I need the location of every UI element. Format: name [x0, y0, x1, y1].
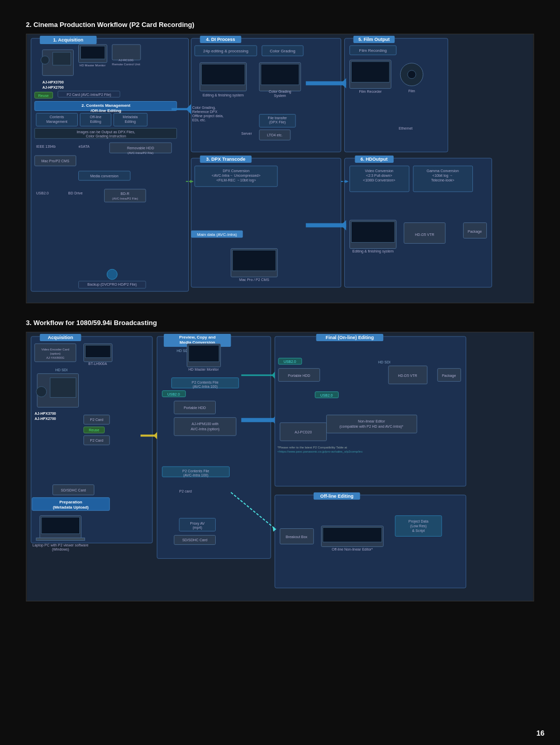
svg-text:Off-line: Off-line: [90, 115, 101, 119]
svg-text:Editing & finishing system: Editing & finishing system: [353, 249, 394, 254]
svg-text:(mp4): (mp4): [193, 526, 202, 530]
svg-text:P2 Contents File: P2 Contents File: [192, 381, 219, 384]
svg-text:Package: Package: [468, 230, 482, 234]
svg-text:Breakout Box: Breakout Box: [286, 535, 307, 539]
svg-text:BT-LH900A: BT-LH900A: [88, 362, 107, 366]
svg-text:USB2.0: USB2.0: [284, 360, 296, 363]
svg-text:Off-line Editing: Off-line Editing: [320, 494, 353, 499]
svg-text:3. DPX Transcode: 3. DPX Transcode: [206, 157, 246, 162]
svg-rect-143: [50, 378, 76, 398]
svg-text:& Script: & Script: [412, 529, 425, 533]
svg-point-86: [408, 71, 416, 79]
svg-text:Video Conversion: Video Conversion: [365, 169, 394, 173]
svg-text:6. HDOutput: 6. HDOutput: [360, 157, 387, 162]
svg-rect-158: [41, 517, 80, 534]
svg-text:Mac Pro/P2 CMS: Mac Pro/P2 CMS: [41, 159, 69, 163]
svg-rect-168: [189, 345, 219, 362]
svg-rect-10: [80, 46, 105, 59]
svg-text:Non-linear Editor: Non-linear Editor: [358, 419, 385, 423]
svg-text:/Off-line Editing: /Off-line Editing: [91, 108, 121, 113]
svg-text:USB2.0: USB2.0: [167, 392, 180, 396]
svg-text:(AVC-Intra 100): (AVC-Intra 100): [192, 385, 217, 389]
svg-text:AJ-HPX2700: AJ-HPX2700: [35, 417, 56, 420]
svg-text:Mac Pro / P2 CMS: Mac Pro / P2 CMS: [239, 278, 269, 282]
svg-text:2. Contents Management: 2. Contents Management: [81, 103, 130, 108]
svg-text:Off-line Non-linear Editor*: Off-line Non-linear Editor*: [332, 547, 373, 551]
svg-rect-177: [174, 417, 236, 435]
svg-text:Final (On-line) Editing: Final (On-line) Editing: [326, 335, 374, 340]
section2-title: 3. Workflow for 1080/59.94i Broadcasting: [26, 319, 534, 327]
svg-text:DPX Conversion: DPX Conversion: [223, 169, 250, 173]
diagram1-svg: 1. Acquisition Camera HD SDI HD Master M…: [26, 34, 534, 303]
svg-text:AJ-HPX3700: AJ-HPX3700: [43, 80, 64, 84]
svg-text:<FILM-REC →10bit log>: <FILM-REC →10bit log>: [216, 178, 256, 182]
svg-rect-159: [36, 538, 85, 540]
svg-rect-103: [232, 250, 276, 271]
svg-text:Contents: Contents: [50, 115, 64, 119]
svg-text:P2 Card: P2 Card: [90, 439, 104, 442]
svg-text:(AVC-Intra/P2 File): (AVC-Intra/P2 File): [128, 151, 153, 154]
svg-text:Film: Film: [408, 89, 415, 93]
svg-text:Reference DPX: Reference DPX: [192, 110, 218, 114]
svg-text:HD-D5 VTR: HD-D5 VTR: [415, 233, 434, 236]
svg-text:P2 Contents File: P2 Contents File: [183, 469, 209, 473]
svg-text:Proxy AV: Proxy AV: [190, 522, 205, 526]
svg-text:Gamma Conversion: Gamma Conversion: [427, 169, 459, 173]
svg-text:Portable HDD: Portable HDD: [184, 406, 206, 410]
svg-text:Preparation: Preparation: [59, 500, 82, 504]
svg-text:<https://www.pavc.panasonic.co: <https://www.pavc.panasonic.co.jp/pro-av…: [277, 450, 362, 453]
svg-text:Color Grading Instruction: Color Grading Instruction: [86, 134, 127, 138]
svg-text:Color Grading: Color Grading: [269, 90, 291, 94]
svg-text:Color Grading: Color Grading: [270, 49, 296, 53]
svg-text:USB2.0: USB2.0: [36, 191, 49, 195]
svg-text:*Please refer to the latest P2: *Please refer to the latest P2 Compatibi…: [277, 446, 347, 449]
svg-rect-138: [85, 345, 110, 358]
svg-text:HD SDI: HD SDI: [55, 368, 68, 372]
svg-text:Package: Package: [442, 374, 456, 378]
svg-text:AJ-HPX3700: AJ-HPX3700: [35, 412, 56, 415]
svg-text:Management: Management: [46, 120, 67, 124]
svg-text:Images can be Output as DPX Fi: Images can be Output as DPX Files,: [77, 130, 135, 134]
svg-text:File transfer: File transfer: [268, 116, 287, 120]
svg-text:<10bit log →: <10bit log →: [432, 174, 453, 178]
svg-text:5. Film Output: 5. Film Output: [358, 37, 389, 42]
svg-text:(compatible with P2 HD and AVC: (compatible with P2 HD and AVC-Intra)*: [340, 425, 403, 429]
svg-text:HD Master Monitor: HD Master Monitor: [188, 368, 219, 371]
svg-text:AJ-PCD20: AJ-PCD20: [295, 430, 312, 434]
svg-text:Editing & finishing system: Editing & finishing system: [203, 93, 244, 97]
svg-text:Reuse: Reuse: [89, 428, 99, 432]
svg-text:(AVC-Intra 100): (AVC-Intra 100): [183, 473, 208, 477]
svg-text:BD-R: BD-R: [121, 192, 130, 195]
svg-point-50: [107, 269, 117, 279]
svg-text:System: System: [274, 94, 286, 98]
svg-text:Film Recording: Film Recording: [359, 48, 387, 53]
svg-point-6: [41, 56, 49, 64]
svg-text:Film Recorder: Film Recorder: [359, 90, 382, 93]
svg-text:AVC-Intra (option): AVC-Intra (option): [191, 427, 220, 431]
svg-text:Reuse: Reuse: [38, 94, 49, 97]
svg-rect-64: [261, 64, 299, 85]
svg-rect-47: [104, 189, 146, 202]
svg-text:eSATA: eSATA: [79, 145, 90, 148]
diagram2-svg: Acquisition Video Encoder Card (option) …: [26, 332, 534, 601]
svg-rect-83: [351, 62, 389, 82]
diagram1: 1. Acquisition Camera HD SDI HD Master M…: [26, 34, 534, 303]
page: 2. Cinema Production Workflow (P2 Card R…: [0, 0, 560, 745]
svg-text:<1080i Conversion>: <1080i Conversion>: [363, 178, 395, 182]
svg-text:1. Acquisition: 1. Acquisition: [53, 37, 83, 43]
svg-text:Server: Server: [241, 132, 252, 135]
svg-text:Acquisition: Acquisition: [48, 335, 73, 340]
svg-text:BD Drive: BD Drive: [68, 191, 83, 195]
svg-point-142: [36, 387, 47, 397]
svg-rect-117: [351, 222, 395, 243]
svg-text:(AVC-Intra/P2 File): (AVC-Intra/P2 File): [112, 197, 138, 200]
svg-text:Offline project data,: Offline project data,: [192, 114, 223, 118]
svg-text:Media conversion: Media conversion: [90, 174, 119, 178]
svg-rect-61: [202, 64, 245, 85]
svg-rect-205: [327, 415, 417, 433]
svg-rect-77: [345, 38, 448, 152]
svg-text:HD SDI: HD SDI: [378, 360, 390, 364]
svg-text:<2:3 Pull-down>: <2:3 Pull-down>: [366, 174, 392, 177]
svg-text:IEEE 1394b: IEEE 1394b: [36, 145, 55, 148]
svg-text:(Low Res): (Low Res): [410, 524, 427, 528]
